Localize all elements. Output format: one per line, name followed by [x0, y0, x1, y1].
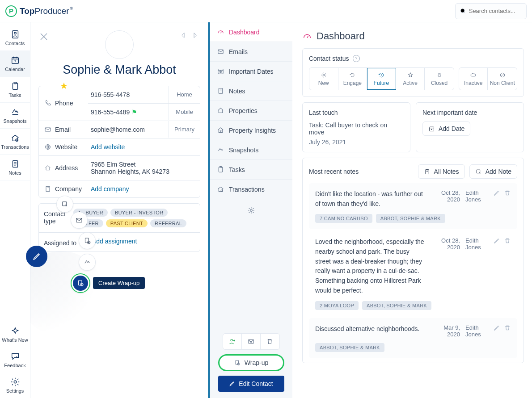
contact-type-pills: A - BUYER BUYER - INVESTOR GOLFER PAST C… — [73, 209, 195, 227]
svg-rect-48 — [249, 339, 253, 344]
nav-whats-new[interactable]: What's New — [2, 322, 28, 347]
nav-notes[interactable]: Notes — [0, 155, 30, 180]
app-logo[interactable]: P TopProducer® — [5, 5, 73, 17]
close-icon — [38, 31, 49, 42]
edit-note-icon[interactable] — [493, 324, 500, 331]
nav-settings[interactable]: Settings — [2, 373, 28, 398]
status-closed[interactable]: Closed — [425, 68, 454, 90]
calendar-icon: 7 — [10, 55, 20, 65]
wrapup-button[interactable]: Wrap-up — [218, 354, 284, 371]
status-engage[interactable]: Engage — [338, 68, 367, 90]
edit-contact-button[interactable]: Edit Contact — [218, 376, 284, 392]
add-assignment-link[interactable]: Add assignment — [92, 238, 137, 245]
nav-contacts[interactable]: Contacts — [0, 25, 30, 51]
tab-dashboard[interactable]: Dashboard — [210, 22, 292, 42]
note-tag[interactable]: 2 MOYA LOOP — [315, 301, 359, 310]
address-line1: 7965 Elm Street — [91, 161, 197, 168]
tab-tasks[interactable]: Tasks — [210, 160, 292, 180]
delete-contact-button[interactable] — [261, 334, 279, 349]
edit-note-icon[interactable] — [493, 237, 500, 244]
status-new[interactable]: New — [309, 68, 338, 90]
address-row[interactable]: 7965 Elm StreetShannon Heights, AK 94273 — [88, 156, 200, 180]
home-icon — [44, 164, 51, 172]
tab-emails[interactable]: Emails — [210, 42, 292, 62]
search-input[interactable] — [469, 8, 522, 14]
svg-text:7: 7 — [14, 59, 16, 63]
nav-calendar[interactable]: 7 Calendar — [0, 51, 30, 77]
svg-line-52 — [307, 36, 308, 38]
tab-snapshots[interactable]: Snapshots — [210, 140, 292, 160]
note-date: Mar 9, 2020 — [431, 324, 460, 338]
phone-value: 916-555-4489 — [91, 109, 130, 116]
note-tag[interactable]: 7 CAMINO CARUSO — [315, 214, 372, 223]
status-nonclient[interactable]: Non Client — [488, 68, 517, 90]
add-company-link[interactable]: Add company — [88, 180, 200, 197]
delete-note-icon[interactable] — [504, 324, 511, 331]
fab-main-button[interactable] — [26, 246, 47, 267]
address-label: Address — [39, 156, 88, 180]
pencil-icon — [32, 252, 41, 261]
trend-icon — [83, 258, 91, 266]
notes-icon — [424, 168, 431, 175]
gauge-icon — [302, 31, 312, 41]
contact-detail-panel: ★ Sophie & Mark Abbot Phone 916-555-4478… — [30, 22, 208, 398]
prev-contact-button[interactable] — [180, 31, 187, 41]
note-tag[interactable]: ABBOT, SOPHIE & MARK — [376, 214, 445, 223]
delete-note-icon[interactable] — [504, 237, 511, 244]
type-pill[interactable]: BUYER - INVESTOR — [110, 209, 168, 217]
tab-transactions[interactable]: Transactions — [210, 180, 292, 199]
brand-text-2: Producer — [34, 6, 69, 16]
tasks-icon — [10, 81, 20, 91]
tab-property-insights[interactable]: Property Insights — [210, 121, 292, 140]
close-button[interactable] — [38, 31, 49, 43]
wrapup-icon — [234, 359, 241, 366]
note-tag[interactable]: ABBOT, SOPHIE & MARK — [315, 343, 384, 352]
contact-action-bar — [223, 333, 280, 350]
add-website-link[interactable]: Add website — [88, 138, 200, 155]
search-icon — [460, 8, 466, 15]
note-tag[interactable]: ABBOT, SOPHIE & MARK — [362, 301, 431, 310]
help-icon[interactable]: ? — [353, 55, 360, 62]
next-contact-button[interactable] — [191, 31, 198, 41]
add-contact-button[interactable] — [223, 334, 242, 349]
global-search[interactable] — [455, 3, 527, 19]
fab-email-button[interactable] — [71, 212, 88, 229]
add-date-button[interactable]: Add Date — [422, 121, 470, 136]
type-pill[interactable]: REFERRAL — [150, 219, 186, 227]
last-touch-label: Last touch — [309, 109, 404, 116]
fab-snapshot-button[interactable] — [79, 254, 96, 271]
nav-label: Tasks — [8, 92, 21, 98]
tab-important-dates[interactable]: Important Dates — [210, 62, 292, 81]
add-note-button[interactable]: Add Note — [469, 164, 517, 179]
no-entry-icon — [499, 71, 506, 79]
favorite-star-icon[interactable]: ★ — [60, 80, 68, 92]
status-inactive[interactable]: Inactive — [459, 68, 488, 90]
nav-label: Snapshots — [4, 118, 27, 124]
edit-icon — [475, 168, 482, 175]
mail-x-icon — [247, 338, 255, 345]
delete-note-icon[interactable] — [504, 189, 511, 197]
phone-home-row[interactable]: 916-555-4478 Home — [88, 86, 200, 104]
nav-tasks[interactable]: Tasks — [0, 77, 30, 103]
status-future[interactable]: Future — [367, 68, 396, 90]
refresh-icon — [349, 71, 356, 79]
nav-snapshots[interactable]: Snapshots — [0, 103, 30, 129]
nav-feedback[interactable]: Feedback — [2, 347, 28, 373]
type-pill[interactable]: PAST CLIENT — [106, 219, 148, 227]
contact-avatar[interactable] — [105, 30, 134, 59]
tabs-settings-button[interactable] — [210, 199, 292, 223]
dashboard-title: Dashboard — [302, 30, 524, 42]
nav-transactions[interactable]: $ Transactions — [0, 129, 30, 155]
fab-copy-button[interactable] — [79, 232, 96, 249]
status-active[interactable]: Active — [396, 68, 425, 90]
tab-properties[interactable]: Properties — [210, 101, 292, 121]
tab-notes[interactable]: Notes — [210, 81, 292, 101]
fab-note-button[interactable] — [56, 196, 73, 213]
phone-mobile-row[interactable]: 916-555-4489 ⚑ Mobile — [88, 104, 200, 121]
edit-note-icon[interactable] — [493, 189, 500, 197]
email-row[interactable]: sophie@home.com Primary — [88, 121, 200, 138]
fab-wrapup-button[interactable] — [71, 273, 90, 293]
all-notes-button[interactable]: All Notes — [418, 164, 465, 179]
primary-nav: Contacts 7 Calendar Tasks Snapshots $ Tr… — [0, 22, 30, 398]
unsubscribe-button[interactable] — [242, 334, 261, 349]
